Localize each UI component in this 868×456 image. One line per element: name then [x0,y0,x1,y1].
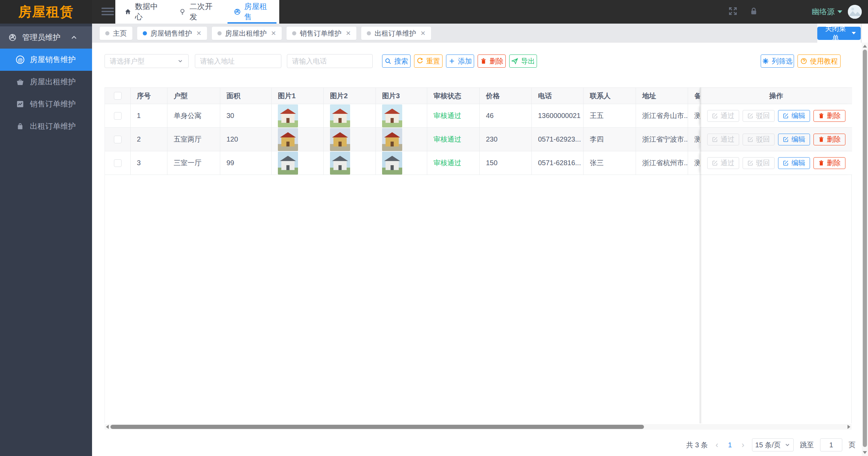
row-checkbox[interactable] [114,136,122,143]
edit-square-icon [747,112,754,119]
reset-button[interactable]: 重置 [414,54,443,68]
reject-button[interactable]: 驳回 [743,157,775,169]
page-suffix-label: 页 [849,440,855,450]
row-checkbox[interactable] [114,159,122,167]
edit-button[interactable]: 编辑 [778,157,810,169]
cell-address: 浙江省舟山市... [636,104,688,127]
home-icon [124,8,131,16]
table-row: 3 三室一厅 99 审核通过 150 0571-62816... 张三 浙江省杭… [105,151,852,175]
row-checkbox[interactable] [114,112,122,120]
user-menu[interactable]: 幽络源 [812,7,842,17]
sidebar-item-house-sale-maintenance[interactable]: @ 房屋销售维护 [0,49,92,71]
house-photo[interactable] [278,104,298,127]
close-icon[interactable]: ✕ [196,30,201,36]
close-icon[interactable]: ✕ [271,30,276,36]
data-table: 序号 户型 面积 图片1 图片2 图片3 审核状态 价格 电话 联系人 地址 备… [105,87,852,423]
cell-type: 五室两厅 [167,128,220,151]
tab-home[interactable]: 主页 [100,27,132,40]
sidebar-item-label: 房屋出租维护 [30,77,76,87]
table-row: 2 五室两厅 120 审核通过 230 0571-62923... 李四 浙江省… [105,128,852,151]
prev-page-button[interactable]: ‹ [714,440,720,450]
column-filter-button[interactable]: 列筛选 [761,54,794,68]
col-header-address: 地址 [636,88,688,104]
tutorial-button[interactable]: 使用教程 [797,54,841,68]
house-photo[interactable] [382,128,402,151]
address-input[interactable] [195,54,281,68]
tab-rent-order-maintenance[interactable]: 出租订单维护 ✕ [361,27,431,40]
scroll-left-arrow[interactable] [105,424,110,430]
tab-dot [367,31,371,35]
question-icon [800,58,807,65]
row-delete-button[interactable]: 删除 [813,157,845,169]
page-size-select[interactable]: 15 条/页 [752,438,794,451]
reject-button[interactable]: 驳回 [743,110,775,122]
tab-dot [105,31,109,35]
approve-button[interactable]: 通过 [707,110,739,122]
nav-item-house-rental[interactable]: 房屋租售 [225,0,279,24]
house-photo[interactable] [382,152,402,175]
house-photo[interactable] [330,104,350,127]
menu-toggle-icon[interactable] [101,8,114,16]
jump-page-input[interactable] [820,438,842,451]
close-icon[interactable]: ✕ [346,30,351,36]
phone-input[interactable] [287,54,373,68]
scroll-right-arrow[interactable] [846,424,852,430]
house-photo[interactable] [330,128,350,151]
edit-button[interactable]: 编辑 [778,110,810,122]
aperture-icon [8,33,17,42]
fixed-column-divider [700,87,703,423]
close-menu-button[interactable]: 关闭菜单 [817,27,861,40]
house-photo[interactable] [382,104,402,127]
vertical-scrollbar-thumb[interactable] [863,50,867,447]
house-type-select[interactable]: 请选择户型 [105,54,189,68]
edit-square-icon [747,136,754,143]
nav-item-secondary-dev[interactable]: 二次开发 [170,0,224,24]
approve-button[interactable]: 通过 [707,157,739,169]
jump-label: 跳至 [800,440,814,450]
sidebar-item-label: 房屋销售维护 [30,54,76,65]
edit-square-icon [783,136,789,143]
reject-button[interactable]: 驳回 [743,134,775,145]
export-button[interactable]: 导出 [509,54,537,68]
close-icon[interactable]: ✕ [420,30,425,36]
sidebar-group-admin-maintenance[interactable]: 管理员维护 [0,26,92,49]
cell-area: 99 [220,151,272,175]
scroll-up-arrow[interactable] [862,43,868,49]
lock-icon[interactable] [749,7,758,17]
horizontal-scrollbar[interactable] [105,424,852,430]
edit-square-icon [783,160,789,166]
sidebar: 管理员维护 @ 房屋销售维护 房屋出租维护 销售订单维护 出租订单维护 [0,24,92,456]
next-page-button[interactable]: › [740,440,746,450]
top-header-bar: 房屋租赁 数据中心 二次开发 房屋租售 幽络源 [0,0,868,24]
sidebar-item-rent-order-maintenance[interactable]: 出租订单维护 [0,115,92,137]
sidebar-item-sale-order-maintenance[interactable]: 销售订单维护 [0,93,92,115]
col-header-phone: 电话 [532,88,584,104]
tab-sale-order-maintenance[interactable]: 销售订单维护 ✕ [287,27,356,40]
sidebar-item-house-rent-maintenance[interactable]: 房屋出租维护 [0,71,92,93]
tab-house-sale-maintenance[interactable]: 房屋销售维护 ✕ [137,27,207,40]
search-button[interactable]: 搜索 [382,54,411,68]
vertical-scrollbar[interactable] [862,43,868,456]
fullscreen-icon[interactable] [728,7,737,17]
add-button[interactable]: 添加 [446,54,474,68]
delete-button[interactable]: 删除 [478,54,506,68]
at-icon: @ [16,56,24,64]
cell-phone: 0571-62816... [532,151,584,175]
edit-button[interactable]: 编辑 [778,134,810,145]
nav-item-data-center[interactable]: 数据中心 [115,0,170,24]
house-photo[interactable] [278,128,298,151]
horizontal-scrollbar-thumb[interactable] [110,425,644,429]
edit-square-icon [712,160,718,166]
scroll-down-arrow[interactable] [862,450,868,455]
select-all-checkbox[interactable] [114,92,122,100]
house-photo[interactable] [278,152,298,175]
row-delete-button[interactable]: 删除 [813,110,845,122]
row-delete-button[interactable]: 删除 [813,134,845,145]
current-page[interactable]: 1 [726,441,734,449]
status-badge: 审核通过 [427,151,480,175]
avatar[interactable] [848,5,862,19]
approve-button[interactable]: 通过 [707,134,739,145]
house-photo[interactable] [330,152,350,175]
table-header-row: 序号 户型 面积 图片1 图片2 图片3 审核状态 价格 电话 联系人 地址 备… [105,87,852,104]
tab-house-rent-maintenance[interactable]: 房屋出租维护 ✕ [212,27,282,40]
